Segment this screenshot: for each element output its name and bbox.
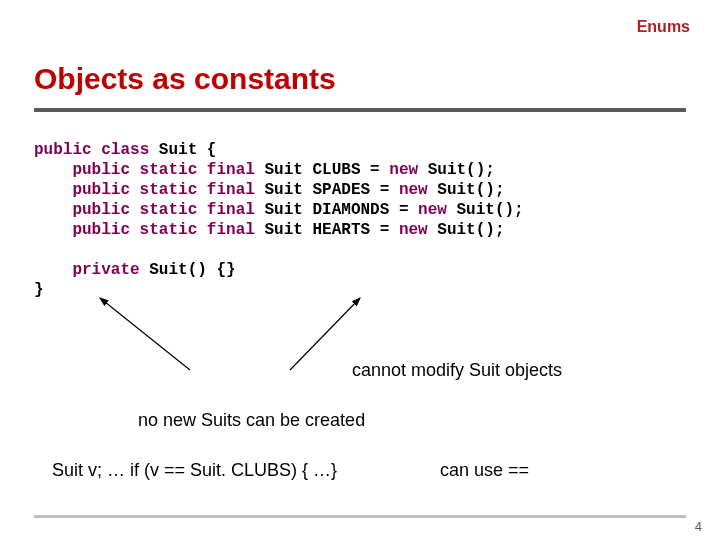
field-type: Suit [264,221,302,239]
field-eq: = [370,181,399,199]
page-title: Objects as constants [34,62,336,96]
field-tail: Suit(); [428,181,505,199]
note-cannot-modify: cannot modify Suit objects [352,360,562,381]
field-mods: public static final [72,161,254,179]
field-name: CLUBS [312,161,360,179]
field-mods: public static final [72,181,254,199]
field-mods: public static final [72,221,254,239]
field-eq: = [360,161,389,179]
field-eq: = [389,201,418,219]
note-no-new: no new Suits can be created [138,410,365,431]
svg-line-0 [100,298,190,370]
kw-new: new [399,181,428,199]
title-rule [34,108,686,112]
close-brace: } [34,281,44,299]
kw-new: new [418,201,447,219]
kw-new: new [399,221,428,239]
footer-rule [34,515,686,518]
page-number: 4 [695,519,702,534]
kw-public: public [34,141,92,159]
kw-new: new [389,161,418,179]
ctor-rest: Suit() {} [140,261,236,279]
class-name: Suit [159,141,197,159]
field-type: Suit [264,201,302,219]
field-tail: Suit(); [447,201,524,219]
svg-line-1 [290,298,360,370]
field-type: Suit [264,161,302,179]
field-eq: = [370,221,399,239]
usage-note: can use == [440,460,529,481]
field-tail: Suit(); [428,221,505,239]
kw-class: class [101,141,149,159]
field-tail: Suit(); [418,161,495,179]
field-name: HEARTS [312,221,370,239]
field-name: DIAMONDS [312,201,389,219]
code-block: public class Suit { public static final … [34,140,524,300]
field-name: SPADES [312,181,370,199]
field-mods: public static final [72,201,254,219]
kw-private: private [72,261,139,279]
open-brace: { [207,141,217,159]
usage-example: Suit v; … if (v == Suit. CLUBS) { …} [52,460,337,481]
header-topic: Enums [637,18,690,36]
field-type: Suit [264,181,302,199]
